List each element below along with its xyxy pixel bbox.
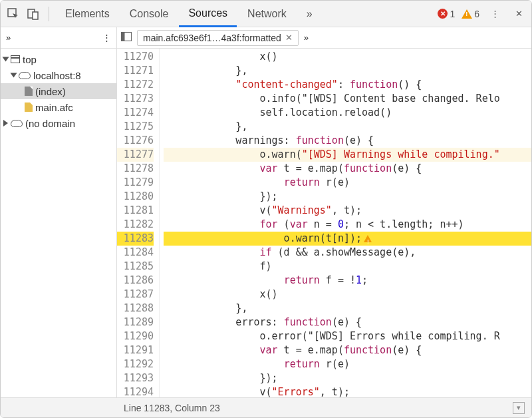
cloud-icon (11, 120, 23, 127)
tab-elements[interactable]: Elements (56, 1, 119, 27)
editor-tabs-overflow[interactable]: » (304, 33, 309, 43)
chevron-down-icon (11, 73, 17, 78)
navigator-sidebar: top localhost:8 (index) main.afc (no dom… (1, 49, 117, 397)
warnings-badge[interactable]: 6 (462, 9, 479, 19)
warning-icon (462, 9, 472, 19)
tree-file-index[interactable]: (index) (1, 83, 116, 99)
toolbar-right: ✕ 1 6 ⋮ ✕ (438, 5, 527, 23)
tree-label: localhost:8 (33, 70, 81, 81)
cursor-position: Line 11283, Column 23 (124, 403, 220, 413)
toggle-navigator-icon[interactable] (121, 32, 132, 43)
line-gutter: 1127011271112721127311274112751127611277… (117, 49, 160, 397)
error-icon: ✕ (438, 9, 448, 19)
tree-file-main[interactable]: main.afc (1, 99, 116, 115)
devtools-toolbar: Elements Console Sources Network » ✕ 1 6… (1, 1, 531, 27)
warnings-count: 6 (474, 9, 479, 19)
tab-console[interactable]: Console (120, 1, 178, 27)
svg-rect-2 (33, 12, 38, 19)
tree-top-frame[interactable]: top (1, 51, 116, 67)
navigator-toolbar: » ⋮ (1, 27, 117, 48)
file-icon (25, 103, 33, 112)
tree-nodomain[interactable]: (no domain (1, 115, 116, 131)
frame-icon (11, 55, 20, 63)
code-editor[interactable]: 1127011271112721127311274112751127611277… (117, 49, 531, 397)
svg-rect-4 (122, 33, 125, 41)
code-content[interactable]: x() }, "content-changed": function() { o… (160, 49, 531, 397)
tree-label: (index) (35, 86, 66, 97)
tab-sources[interactable]: Sources (179, 1, 237, 27)
inspect-icon[interactable] (5, 5, 22, 23)
file-tab-close-icon[interactable]: ✕ (285, 33, 293, 43)
close-icon[interactable]: ✕ (510, 5, 527, 23)
file-tree: top localhost:8 (index) main.afc (no dom… (1, 49, 116, 134)
status-bar: Line 11283, Column 23 ▾ (1, 397, 531, 417)
editor-toolbar: main.afc693e6f1…4a3f:formatted ✕ » (117, 27, 531, 48)
chevron-down-icon (3, 57, 9, 62)
device-toggle-icon[interactable] (25, 5, 42, 23)
tree-label: (no domain (25, 118, 75, 129)
tree-label: main.afc (35, 102, 73, 113)
file-tab[interactable]: main.afc693e6f1…4a3f:formatted ✕ (137, 30, 299, 46)
separator (49, 7, 49, 21)
kebab-menu-icon[interactable]: ⋮ (486, 5, 503, 23)
errors-count: 1 (450, 9, 455, 19)
chevron-right-icon (3, 120, 8, 126)
tree-host[interactable]: localhost:8 (1, 67, 116, 83)
sources-subbar: » ⋮ main.afc693e6f1…4a3f:formatted ✕ » (1, 27, 531, 49)
tab-overflow[interactable]: » (297, 1, 322, 27)
main-area: top localhost:8 (index) main.afc (no dom… (1, 49, 531, 397)
cloud-icon (19, 72, 31, 79)
file-tab-label: main.afc693e6f1…4a3f:formatted (143, 33, 281, 43)
navigator-overflow[interactable]: » (6, 33, 11, 43)
tree-label: top (23, 54, 37, 65)
file-icon (25, 87, 33, 96)
navigator-menu-icon[interactable]: ⋮ (102, 33, 111, 43)
toggle-drawer-icon[interactable]: ▾ (513, 402, 525, 414)
tab-network[interactable]: Network (238, 1, 296, 27)
panel-tabs: Elements Console Sources Network » (56, 1, 322, 27)
errors-badge[interactable]: ✕ 1 (438, 9, 455, 19)
